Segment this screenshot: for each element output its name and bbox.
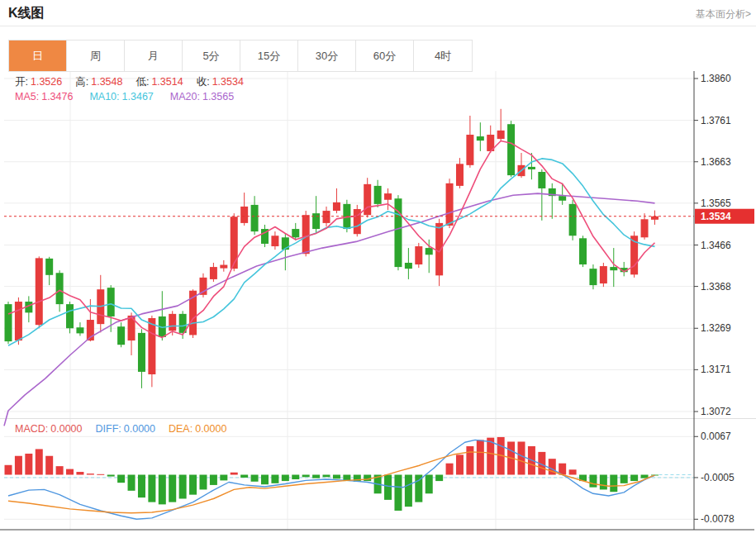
macd-info-bar: MACD:0.0000 DIFF:0.0000 DEA:0.0000 (15, 423, 226, 435)
tab-5分[interactable]: 5分 (183, 40, 240, 71)
axis-label: 1.3860 (701, 73, 731, 84)
tab-4时[interactable]: 4时 (414, 40, 472, 71)
ma5-line (8, 141, 655, 338)
ma20-value: MA20:1.3565 (170, 91, 234, 102)
tab-15分[interactable]: 15分 (240, 40, 298, 71)
tab-周[interactable]: 周 (67, 40, 125, 71)
dea-line (8, 452, 655, 513)
kline-chart[interactable]: 1.38601.37611.36631.35651.34661.33681.32… (0, 70, 756, 533)
axis-label: 1.3269 (701, 322, 731, 334)
ma10-value: MA10:1.3467 (89, 91, 153, 102)
svg-text:1.3534: 1.3534 (701, 211, 731, 222)
high-value: 高:1.3548 (75, 75, 122, 89)
axis-label: 1.3171 (701, 364, 731, 375)
open-value: 开:1.3526 (15, 75, 62, 89)
axis-label: 1.3466 (701, 240, 731, 251)
header-divider (0, 26, 756, 26)
candles (5, 109, 659, 388)
page-title: K线图 (8, 5, 45, 22)
tab-日[interactable]: 日 (9, 40, 67, 71)
tab-月[interactable]: 月 (125, 40, 183, 71)
axis-label: -0.0005 (701, 472, 735, 483)
axis-label: 1.3368 (701, 281, 731, 293)
axis-label: 1.3565 (701, 197, 731, 209)
diff-line (8, 440, 655, 519)
fundamental-analysis-link[interactable]: 基本面分析> (696, 7, 751, 21)
close-value: 收:1.3534 (197, 75, 244, 89)
low-value: 低:1.3514 (136, 75, 183, 89)
axis-label: -0.0078 (701, 513, 735, 525)
ma5-value: MA5:1.3476 (15, 91, 73, 102)
ohlc-info-bar: 开:1.3526 高:1.3548 低:1.3514 收:1.3534 (15, 75, 244, 89)
tab-60分[interactable]: 60分 (356, 40, 414, 71)
ma-info-bar: MA5:1.3476 MA10:1.3467 MA20:1.3565 (15, 91, 234, 102)
ma10-line (8, 159, 655, 345)
axis-label: 1.3072 (701, 406, 731, 417)
tab-30分[interactable]: 30分 (298, 40, 356, 71)
macd-value: MACD:0.0000 (15, 423, 83, 435)
axis-label: 0.0067 (701, 431, 731, 442)
axis-label: 1.3761 (701, 115, 731, 126)
interval-tabbar: 日周月5分15分30分60分4时 (8, 40, 473, 72)
axis-label: 1.3663 (701, 156, 731, 168)
dea-value: DEA:0.0000 (169, 423, 226, 435)
diff-value: DIFF:0.0000 (96, 423, 155, 435)
